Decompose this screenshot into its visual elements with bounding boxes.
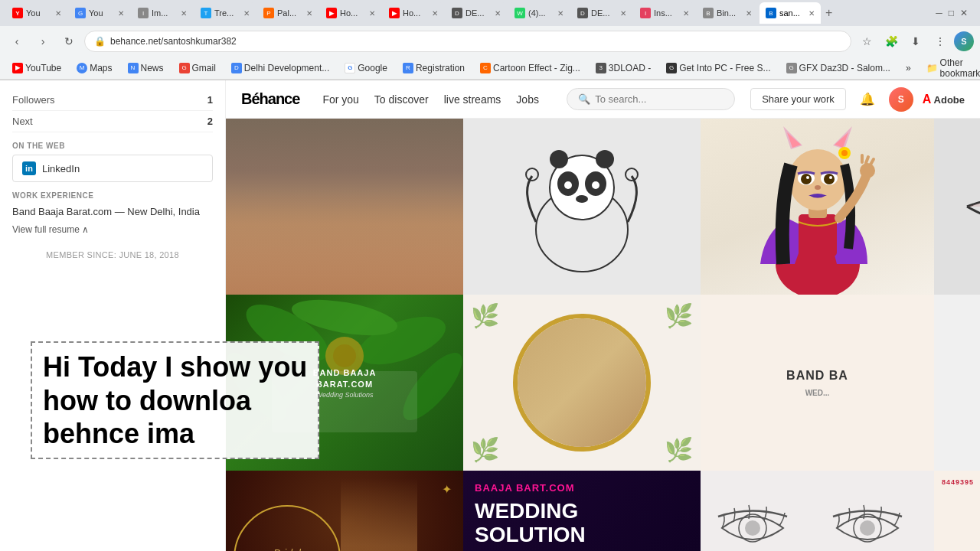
- tab-4-close[interactable]: ✕: [243, 9, 250, 18]
- tab-11-close[interactable]: ✕: [683, 9, 689, 18]
- bookmark-star-icon[interactable]: ☆: [856, 31, 877, 52]
- window-controls: ─ □ ✕: [936, 8, 974, 18]
- nav-to-discover[interactable]: To discover: [374, 90, 429, 109]
- bookmark-google[interactable]: G Google: [338, 60, 394, 76]
- tab-4[interactable]: T Tre... ✕: [194, 2, 256, 24]
- tab-13-label: san...: [779, 8, 800, 18]
- back-button[interactable]: ‹: [6, 31, 28, 52]
- tab-7-close[interactable]: ✕: [432, 9, 438, 18]
- portfolio-item-panda[interactable]: [463, 119, 701, 295]
- tab-7-label: Ho...: [403, 8, 420, 18]
- tab-6-close[interactable]: ✕: [369, 9, 375, 18]
- tab-13-active[interactable]: B san... ✕: [760, 2, 821, 24]
- bookmark-news[interactable]: N News: [122, 60, 170, 76]
- bookmark-getintopc[interactable]: G Get Into PC - Free S...: [660, 60, 776, 76]
- page-content: Followers 1 Next 2 ON THE WEB in LinkedI…: [0, 80, 980, 551]
- menu-icon[interactable]: ⋮: [929, 31, 951, 52]
- portfolio-grid: BAND BAAJA BARAT.COM Wedding Solutions 🌿: [226, 119, 980, 551]
- tab-1[interactable]: Y You ✕: [6, 2, 67, 24]
- bookmark-3dload[interactable]: 3 3DLOAD -: [590, 60, 657, 76]
- downloads-icon[interactable]: ⬇: [905, 31, 926, 52]
- search-input[interactable]: [595, 93, 717, 105]
- portfolio-row-2: BAND BAAJA BARAT.COM Wedding Solutions 🌿: [226, 295, 980, 471]
- search-icon: 🔍: [578, 93, 590, 105]
- tab-10-label: DE...: [591, 8, 609, 18]
- bookmark-gmail[interactable]: G Gmail: [173, 60, 222, 76]
- svg-point-24: [829, 176, 832, 179]
- nav-for-you[interactable]: For you: [322, 90, 358, 109]
- bookmark-youtube[interactable]: ▶ YouTube: [6, 60, 67, 76]
- extensions-puzzle-icon[interactable]: 🧩: [880, 31, 902, 52]
- tab-12-close[interactable]: ✕: [746, 9, 752, 18]
- followers-value: 1: [207, 94, 213, 106]
- bell-icon: 🔔: [860, 92, 875, 106]
- restore-button[interactable]: □: [949, 8, 954, 18]
- overlay-text-box: Hi Today I show youhow to downloabehnce …: [31, 341, 319, 459]
- minimize-button[interactable]: ─: [936, 8, 942, 18]
- tab-3-close[interactable]: ✕: [181, 9, 187, 18]
- tab-2[interactable]: G You ✕: [69, 2, 130, 24]
- tab-7[interactable]: ▶ Ho... ✕: [383, 2, 444, 24]
- notifications-button[interactable]: 🔔: [855, 87, 880, 112]
- search-bar[interactable]: 🔍: [567, 88, 735, 110]
- svg-point-23: [806, 176, 809, 179]
- tab-9[interactable]: W (4)... ✕: [508, 2, 570, 24]
- tab-6[interactable]: ▶ Ho... ✕: [320, 2, 381, 24]
- forward-button[interactable]: ›: [32, 31, 54, 52]
- tab-9-close[interactable]: ✕: [557, 9, 564, 18]
- tab-2-close[interactable]: ✕: [118, 9, 124, 18]
- tab-1-label: You: [26, 8, 41, 18]
- tab-13-close[interactable]: ✕: [808, 9, 815, 18]
- portfolio-item-row3-4[interactable]: 8449395: [934, 471, 980, 551]
- work-title: WORK EXPERIENCE: [12, 182, 213, 204]
- chrome-profile-avatar[interactable]: S: [954, 31, 974, 51]
- portfolio-item-row2-4[interactable]: [934, 295, 980, 471]
- tab-8-close[interactable]: ✕: [495, 9, 501, 18]
- new-tab-button[interactable]: +: [822, 6, 835, 20]
- tab-4-label: Tre...: [214, 8, 234, 18]
- tab-10-close[interactable]: ✕: [620, 9, 626, 18]
- tab-12-label: Bin...: [717, 8, 736, 18]
- view-resume[interactable]: View full resume ∧: [12, 220, 213, 240]
- portfolio-item-couple-circle[interactable]: 🌿 🌿 🌿 🌿: [463, 295, 701, 471]
- portfolio-item-catgirl[interactable]: [701, 119, 934, 295]
- portfolio-item-lips[interactable]: [934, 119, 980, 295]
- tab-5[interactable]: P Pal... ✕: [257, 2, 318, 24]
- bookmark-more[interactable]: »: [900, 60, 917, 76]
- close-button[interactable]: ✕: [960, 8, 968, 18]
- nav-live-streams[interactable]: live streams: [444, 90, 501, 109]
- tab-8[interactable]: D DE... ✕: [446, 2, 507, 24]
- user-avatar[interactable]: S: [889, 87, 913, 112]
- portfolio-item-bandbaja-dark[interactable]: BAAJA BART.COM WEDDING SOLUTION: [463, 471, 701, 551]
- share-work-button[interactable]: Share your work: [750, 88, 846, 110]
- sidebar: Followers 1 Next 2 ON THE WEB in LinkedI…: [0, 80, 226, 551]
- tab-1-close[interactable]: ✕: [55, 9, 61, 18]
- nav-jobs[interactable]: Jobs: [516, 90, 539, 109]
- tab-5-close[interactable]: ✕: [306, 9, 312, 18]
- svg-point-10: [596, 150, 614, 168]
- other-bookmarks[interactable]: 📁 Other bookmarks: [920, 57, 980, 80]
- svg-point-5: [592, 181, 599, 189]
- bookmark-cartoon[interactable]: C Cartoon Effect - Zig...: [474, 60, 586, 76]
- url-bar[interactable]: 🔒 behance.net/santoshkumar382: [84, 31, 851, 52]
- bookmark-delhi[interactable]: D Delhi Development...: [225, 60, 335, 76]
- bookmark-cartoon-label: Cartoon Effect - Zig...: [493, 63, 580, 73]
- tab-11-label: Ins...: [654, 8, 672, 18]
- bookmark-maps[interactable]: M Maps: [70, 60, 118, 76]
- portfolio-item-sketch-eyes[interactable]: [701, 471, 934, 551]
- bookmark-registration[interactable]: R Registration: [397, 60, 471, 76]
- tab-10[interactable]: D DE... ✕: [571, 2, 632, 24]
- followers-label: Followers: [12, 94, 55, 106]
- bookmark-gfx[interactable]: G GFX Daz3D - Salom...: [780, 60, 897, 76]
- tab-11[interactable]: I Ins... ✕: [634, 2, 695, 24]
- linkedin-button[interactable]: in LinkedIn: [12, 155, 213, 182]
- svg-point-14: [789, 149, 847, 210]
- bookmark-3dload-label: 3DLOAD -: [609, 63, 651, 73]
- portfolio-item-bridal[interactable]: Bridal Lehengas ✦ BOOK NOW! www.bandbaaj…: [226, 471, 463, 551]
- portfolio-item-face[interactable]: [226, 119, 463, 295]
- tab-12[interactable]: B Bin... ✕: [697, 2, 758, 24]
- member-since: MEMBER SINCE: JUNE 18, 2018: [12, 240, 213, 270]
- tab-3[interactable]: I Im... ✕: [132, 2, 193, 24]
- reload-button[interactable]: ↻: [58, 31, 80, 52]
- portfolio-item-bandba-partial[interactable]: BAND BA WED...: [701, 295, 934, 471]
